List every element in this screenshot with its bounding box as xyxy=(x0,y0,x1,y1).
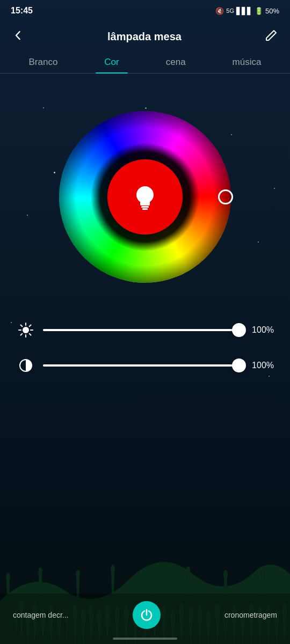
svg-line-18 xyxy=(21,334,23,335)
status-bar: 15:45 🔇 5G ▋▋▋ 🔋 50% xyxy=(0,0,290,21)
tab-cor[interactable]: Cor xyxy=(96,52,127,73)
home-indicator xyxy=(113,638,177,640)
brightness-icon xyxy=(16,320,35,340)
svg-point-6 xyxy=(223,570,228,579)
svg-line-15 xyxy=(21,325,23,327)
mute-icon: 🔇 xyxy=(215,7,224,15)
brightness-track[interactable] xyxy=(43,329,240,331)
signal-icon: 5G xyxy=(226,8,234,14)
contrast-icon xyxy=(18,357,34,374)
svg-point-2 xyxy=(76,570,80,579)
tab-bar: Branco Cor cena música xyxy=(0,52,290,74)
back-button[interactable] xyxy=(11,28,26,46)
stopwatch-label[interactable]: cronometragem xyxy=(224,611,277,619)
sliders-container: 100% 100% xyxy=(0,315,290,397)
brightness-thumb[interactable] xyxy=(232,323,246,337)
bulb-icon xyxy=(131,183,159,211)
svg-point-3 xyxy=(111,565,115,573)
battery-icon: 🔋 xyxy=(255,7,263,15)
saturation-track[interactable] xyxy=(43,364,240,367)
tab-musica[interactable]: música xyxy=(224,52,270,73)
saturation-icon xyxy=(16,356,35,375)
bottom-bar: contagem decr... cronometragem xyxy=(0,594,290,644)
color-wheel-container xyxy=(0,79,290,315)
saturation-value: 100% xyxy=(247,361,274,370)
color-center-button[interactable] xyxy=(107,159,183,235)
svg-point-10 xyxy=(23,327,29,333)
svg-point-0 xyxy=(6,573,10,581)
power-icon xyxy=(140,609,153,621)
svg-point-5 xyxy=(186,566,190,575)
sun-icon xyxy=(18,322,34,338)
svg-rect-9 xyxy=(142,208,148,210)
edit-button[interactable] xyxy=(263,27,279,46)
status-time: 15:45 xyxy=(11,6,33,16)
svg-point-7 xyxy=(261,566,265,575)
brightness-row: 100% xyxy=(16,320,274,340)
page-title: lâmpada mesa xyxy=(107,31,182,43)
countdown-label[interactable]: contagem decr... xyxy=(13,611,69,619)
svg-line-16 xyxy=(30,334,31,335)
power-button[interactable] xyxy=(133,601,161,629)
signal-bars-icon: ▋▋▋ xyxy=(236,7,252,15)
brightness-value: 100% xyxy=(247,325,274,335)
color-wheel[interactable] xyxy=(59,111,231,283)
tab-branco[interactable]: Branco xyxy=(20,52,66,73)
svg-point-4 xyxy=(151,572,155,580)
color-picker-handle[interactable] xyxy=(218,189,233,204)
saturation-thumb[interactable] xyxy=(232,358,246,372)
tab-cena[interactable]: cena xyxy=(157,52,194,73)
status-icons: 🔇 5G ▋▋▋ 🔋 50% xyxy=(215,7,279,15)
svg-line-17 xyxy=(30,325,31,327)
header: lâmpada mesa xyxy=(0,21,290,52)
saturation-row: 100% xyxy=(16,356,274,375)
battery-level: 50% xyxy=(265,7,279,15)
svg-rect-8 xyxy=(141,206,149,208)
svg-point-1 xyxy=(38,567,42,576)
